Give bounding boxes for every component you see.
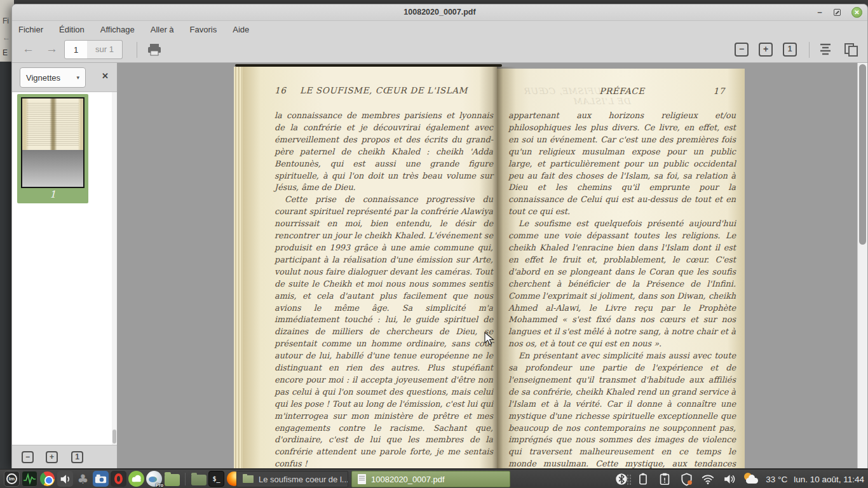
toolbar-separator: [809, 42, 810, 58]
mint-logo-icon: lm: [6, 473, 17, 484]
sidebar-header: Vignettes ▾ ✕: [12, 63, 117, 92]
minimize-button[interactable]: −: [814, 7, 825, 18]
window-content: Vignettes ▾ ✕ 1 − + 1: [12, 63, 867, 468]
thumbnail-zoom-in-button[interactable]: +: [46, 451, 58, 463]
print-button[interactable]: [147, 43, 162, 57]
sidebar-close-button[interactable]: ✕: [102, 71, 109, 81]
terminal-launcher[interactable]: $_: [208, 471, 224, 487]
update-shield-tray-icon[interactable]: [679, 471, 694, 487]
toolbar-separator: [137, 42, 137, 58]
thumbnail-zoom-out-button[interactable]: −: [22, 451, 34, 463]
dual-page-button[interactable]: [843, 43, 860, 57]
chrome-launcher[interactable]: [39, 471, 55, 487]
opera-icon: [114, 473, 123, 484]
green-folder-icon: [165, 474, 180, 486]
restore-button[interactable]: [834, 9, 841, 16]
titlebar[interactable]: 10082020_0007.pdf − ✕: [12, 4, 867, 21]
folder-icon: [191, 475, 207, 485]
files-launcher[interactable]: [164, 471, 180, 487]
taskbar-launchers: lm ♣: [4, 471, 242, 487]
background-window-text-fragment: E: [3, 48, 8, 57]
taskbar-window-file-manager[interactable]: Le soufisme coeur de l...: [236, 471, 348, 487]
bluetooth-tray-icon[interactable]: [614, 471, 629, 487]
page-thumbnail[interactable]: 1: [17, 94, 88, 203]
next-page-button[interactable]: →: [46, 42, 58, 56]
sidebar-scrollbar[interactable]: [112, 92, 117, 445]
zoom-original-button[interactable]: 1: [783, 43, 797, 57]
thumbnail-zoom-original-button[interactable]: 1: [71, 451, 83, 463]
paragraph: Cette prise de connaissance progressive …: [275, 194, 493, 468]
fit-width-button[interactable]: [818, 43, 834, 57]
thumbnail-page-number: 1: [17, 189, 88, 200]
pdf-document-icon: [358, 474, 366, 484]
system-monitor-launcher[interactable]: [22, 471, 37, 487]
dual-page-icon: [843, 43, 860, 57]
printer-icon: [147, 43, 162, 57]
camera-icon: [93, 471, 108, 486]
fit-width-icon: [818, 43, 833, 55]
menu-favoris[interactable]: Favoris: [190, 25, 217, 34]
page-number-input[interactable]: [64, 40, 88, 59]
toolbar: ← → sur 1 − + 1: [12, 37, 867, 63]
right-page-number: 17: [508, 86, 725, 96]
mint-menu-button[interactable]: lm: [4, 471, 20, 487]
document-scrollbar-thumb[interactable]: [859, 64, 866, 245]
sidebar-mode-label: Vignettes: [26, 73, 60, 83]
previous-page-button[interactable]: ←: [22, 42, 34, 56]
zoom-out-button[interactable]: −: [735, 43, 749, 57]
google-earth-icon: [149, 477, 157, 482]
close-button[interactable]: ✕: [851, 7, 862, 18]
folder-icon: [243, 475, 254, 483]
book-page-stack-edge: [234, 67, 243, 468]
paragraph: En présentant avec simplicité mais aussi…: [508, 350, 736, 468]
chevron-down-icon: ▾: [76, 74, 79, 81]
page-thumbnail-image: [21, 97, 85, 188]
taskbar-window-label: Le soufisme coeur de l...: [259, 475, 348, 484]
paragraph: Le soufisme est quelquefois présenté auj…: [508, 218, 736, 350]
temperature-label[interactable]: 33 °C: [766, 475, 787, 484]
menu-aide[interactable]: Aide: [233, 25, 249, 34]
system-monitor-icon: [22, 471, 37, 486]
menu-aller-a[interactable]: Aller à: [151, 25, 174, 34]
background-window-arrow-fragment: ←: [3, 33, 10, 42]
clock-label[interactable]: lun. 10 août, 11:44: [794, 475, 864, 484]
scanned-book-spread: 16 LE SOUFISME, CŒUR DE L'ISLAM LE SOUFI…: [234, 64, 745, 468]
background-window-menu-fragment: Fi: [3, 17, 9, 25]
window-title: 10082020_0007.pdf: [12, 8, 867, 17]
taskbar: lm ♣: [0, 469, 868, 488]
zoom-in-button[interactable]: +: [759, 43, 773, 57]
mouse-cursor: [484, 332, 494, 349]
earth-pro-badge: Pro: [156, 483, 163, 487]
left-page-header: LE SOUFISME, CŒUR DE L'ISLAM: [275, 85, 493, 95]
google-earth-pro-launcher[interactable]: Pro: [146, 471, 162, 487]
sidebar-mode-dropdown[interactable]: Vignettes ▾: [20, 67, 86, 88]
volume-tray-icon[interactable]: [722, 471, 737, 487]
taskbar-window-label: 10082020_0007.pdf: [371, 475, 445, 484]
paragraph: appartenant aux horizons religieux et/ou…: [508, 110, 736, 218]
menu-affichage[interactable]: Affichage: [100, 25, 135, 34]
cloud-app-launcher[interactable]: [128, 471, 144, 487]
launcher-separator: [185, 473, 186, 485]
document-scrollbar[interactable]: [857, 63, 867, 468]
menu-edition[interactable]: Édition: [59, 25, 85, 34]
document-view[interactable]: 16 LE SOUFISME, CŒUR DE L'ISLAM LE SOUFI…: [118, 63, 867, 468]
volume-launcher[interactable]: [57, 471, 73, 487]
speaker-icon: [58, 472, 72, 486]
page-total-label: sur 1: [87, 40, 123, 59]
taskbar-window-list: Le soufisme coeur de l... 10082020_0007.…: [236, 471, 510, 487]
cloud-icon: [129, 471, 144, 486]
wifi-tray-icon[interactable]: [700, 471, 715, 487]
menu-fichier[interactable]: Fichier: [18, 25, 43, 34]
folder-launcher[interactable]: [191, 471, 207, 487]
screenshot-launcher[interactable]: [93, 471, 109, 487]
opera-launcher[interactable]: [111, 471, 126, 487]
weather-tray-icon[interactable]: [743, 473, 759, 486]
taskbar-window-pdf-active[interactable]: 10082020_0007.pdf: [351, 471, 510, 487]
club-app-launcher[interactable]: ♣: [75, 471, 91, 487]
pdf-viewer-window: 10082020_0007.pdf − ✕ Fichier Édition Af…: [11, 4, 868, 468]
clipboard-tray-icon[interactable]: [657, 471, 672, 487]
battery-tray-icon[interactable]: [635, 471, 651, 487]
chrome-icon: [40, 471, 55, 486]
sidebar-scrollbar-thumb[interactable]: [112, 430, 116, 444]
right-page-text: appartenant aux horizons religieux et/ou…: [508, 110, 736, 468]
